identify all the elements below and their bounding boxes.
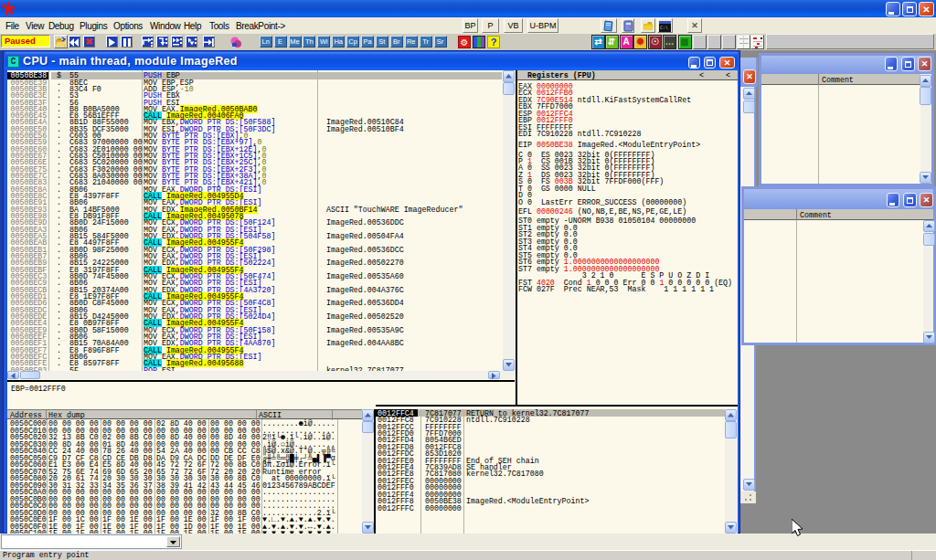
svg-text:C:\: C:\ (660, 25, 668, 30)
